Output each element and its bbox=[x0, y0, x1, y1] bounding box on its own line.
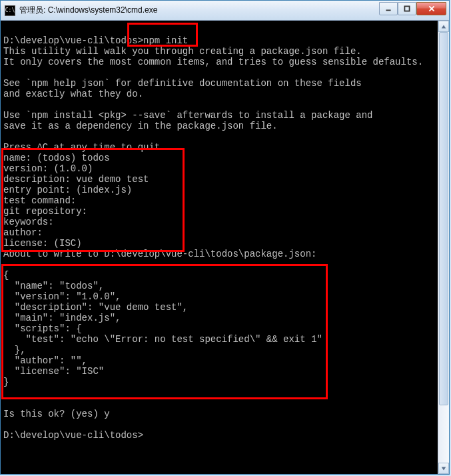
svg-rect-1 bbox=[404, 6, 409, 11]
maximize-button[interactable] bbox=[398, 2, 416, 15]
terminal-line: version: (1.0.0) bbox=[3, 163, 435, 174]
terminal-line: Use `npm install <pkg> --save` afterward… bbox=[3, 110, 435, 121]
cmd-icon: C:\ bbox=[5, 5, 15, 16]
terminal-line: and exactly what they do. bbox=[3, 89, 435, 99]
scroll-thumb[interactable] bbox=[439, 32, 448, 405]
terminal-line: description: vue demo test bbox=[3, 174, 435, 185]
terminal-line: entry point: (index.js) bbox=[3, 185, 435, 195]
terminal-line: "main": "index.js", bbox=[3, 313, 435, 323]
terminal-line: This utility will walk you through creat… bbox=[3, 46, 435, 57]
terminal-line: It only covers the most common items, an… bbox=[3, 57, 435, 67]
terminal-line: Is this ok? (yes) y bbox=[3, 409, 435, 419]
terminal-line: Press ^C at any time to quit. bbox=[3, 142, 435, 153]
terminal-line: name: (todos) todos bbox=[3, 153, 435, 163]
terminal-line: author: bbox=[3, 227, 435, 238]
svg-marker-5 bbox=[442, 467, 446, 470]
prompt: D:\develop\vue-cli\todos> bbox=[3, 35, 143, 46]
terminal-line bbox=[3, 99, 435, 110]
terminal-line: "author": "", bbox=[3, 355, 435, 366]
terminal-line bbox=[3, 25, 435, 35]
terminal-line: "name": "todos", bbox=[3, 281, 435, 291]
terminal-line bbox=[3, 387, 435, 398]
terminal-line: D:\develop\vue-cli\todos> bbox=[3, 430, 435, 441]
terminal-line: { bbox=[3, 270, 435, 281]
terminal-line: keywords: bbox=[3, 217, 435, 227]
terminal-output[interactable]: D:\develop\vue-cli\todos>npm initThis ut… bbox=[1, 21, 438, 474]
window-controls bbox=[379, 2, 446, 15]
terminal-line bbox=[3, 259, 435, 270]
terminal-line: } bbox=[3, 377, 435, 387]
terminal-line: test command: bbox=[3, 195, 435, 206]
scroll-down-button[interactable] bbox=[438, 463, 449, 474]
svg-marker-4 bbox=[442, 25, 446, 28]
terminal-line: "test": "echo \"Error: no test specified… bbox=[3, 334, 435, 345]
terminal-line bbox=[3, 419, 435, 430]
terminal-line: git repository: bbox=[3, 206, 435, 217]
terminal-area: D:\develop\vue-cli\todos>npm initThis ut… bbox=[1, 21, 449, 474]
window-title: 管理员: C:\windows\system32\cmd.exe bbox=[19, 5, 379, 16]
terminal-line bbox=[3, 131, 435, 142]
terminal-line: }, bbox=[3, 345, 435, 355]
terminal-line: "license": "ISC" bbox=[3, 366, 435, 377]
scroll-up-button[interactable] bbox=[438, 21, 449, 32]
close-button[interactable] bbox=[416, 2, 446, 15]
terminal-line: D:\develop\vue-cli\todos>npm init bbox=[3, 35, 435, 46]
terminal-line: save it as a dependency in the package.j… bbox=[3, 121, 435, 131]
terminal-line: About to write to D:\develop\vue-cli\tod… bbox=[3, 249, 435, 259]
minimize-button[interactable] bbox=[379, 2, 398, 15]
command: npm init bbox=[143, 35, 188, 46]
vertical-scrollbar[interactable] bbox=[438, 21, 449, 474]
terminal-line bbox=[3, 67, 435, 78]
cmd-window: C:\ 管理员: C:\windows\system32\cmd.exe D:\… bbox=[0, 0, 450, 475]
terminal-line: "description": "vue demo test", bbox=[3, 302, 435, 313]
terminal-line bbox=[3, 398, 435, 409]
titlebar[interactable]: C:\ 管理员: C:\windows\system32\cmd.exe bbox=[1, 1, 449, 21]
terminal-line: license: (ISC) bbox=[3, 238, 435, 249]
terminal-line: "scripts": { bbox=[3, 323, 435, 334]
terminal-line: "version": "1.0.0", bbox=[3, 291, 435, 302]
terminal-line: See `npm help json` for definitive docum… bbox=[3, 78, 435, 89]
